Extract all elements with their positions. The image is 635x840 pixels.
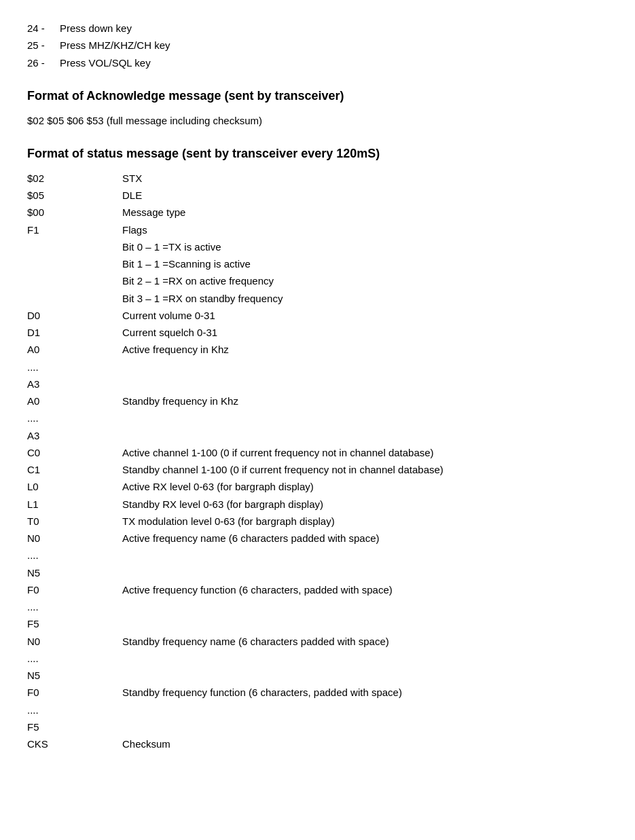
table-row: A0Standby frequency in Khz (27, 393, 608, 409)
table-row: .... (27, 599, 608, 615)
table-row: .... (27, 547, 608, 563)
row-label: C0 (27, 445, 122, 460)
row-label: N0 (27, 634, 122, 649)
section1-body: $02 $05 $06 $53 (full message including … (27, 113, 608, 128)
row-label (27, 256, 122, 272)
row-label: .... (27, 651, 122, 666)
table-row: .... (27, 702, 608, 718)
row-label: $00 (27, 204, 122, 220)
row-desc: Current squelch 0-31 (122, 325, 217, 340)
row-desc: Message type (122, 204, 185, 220)
table-row: L0Active RX level 0-63 (for bargraph dis… (27, 479, 608, 494)
row-label: N5 (27, 565, 122, 581)
table-row: F1Flags (27, 222, 608, 238)
row-label: D0 (27, 308, 122, 323)
table-row: N0Standby frequency name (6 characters p… (27, 634, 608, 649)
status-message-table: $02STX$05DLE$00Message typeF1FlagsBit 0 … (27, 170, 608, 752)
table-row: Bit 1 – 1 =Scanning is active (27, 256, 608, 272)
row-label: F0 (27, 582, 122, 598)
row-desc: Flags (122, 222, 147, 238)
row-desc: Standby frequency in Khz (122, 393, 238, 409)
row-desc: DLE (122, 187, 142, 203)
table-row: F5 (27, 616, 608, 632)
numbered-item: 25 -Press MHZ/KHZ/CH key (27, 37, 608, 53)
row-label: A0 (27, 393, 122, 409)
table-row: N5 (27, 565, 608, 581)
row-label (27, 291, 122, 306)
item-text: Press MHZ/KHZ/CH key (60, 37, 170, 53)
row-label: .... (27, 547, 122, 563)
table-row: Bit 3 – 1 =RX on standby frequency (27, 291, 608, 306)
item-number: 25 - (27, 37, 54, 53)
row-desc: Active RX level 0-63 (for bargraph displ… (122, 479, 314, 494)
row-desc: Standby channel 1-100 (0 if current freq… (122, 462, 443, 477)
row-desc: Standby frequency name (6 characters pad… (122, 634, 389, 649)
row-desc: Standby frequency function (6 characters… (122, 684, 402, 700)
row-label: F5 (27, 616, 122, 632)
row-label: .... (27, 702, 122, 718)
row-desc: Active frequency function (6 characters,… (122, 582, 393, 598)
row-label: A0 (27, 342, 122, 357)
row-desc: Current volume 0-31 (122, 308, 215, 323)
numbered-item: 26 -Press VOL/SQL key (27, 55, 608, 71)
table-row: A3 (27, 376, 608, 392)
table-row: $00Message type (27, 204, 608, 220)
table-row: A3 (27, 428, 608, 443)
row-label: F5 (27, 719, 122, 735)
table-row: L1Standby RX level 0-63 (for bargraph di… (27, 496, 608, 512)
row-label (27, 239, 122, 255)
table-row: D1Current squelch 0-31 (27, 325, 608, 340)
numbered-list: 24 -Press down key25 -Press MHZ/KHZ/CH k… (27, 20, 608, 71)
row-desc: Active frequency in Khz (122, 342, 229, 357)
row-desc: Active frequency name (6 characters padd… (122, 530, 380, 546)
row-label: CKS (27, 736, 122, 752)
table-row: T0TX modulation level 0-63 (for bargraph… (27, 513, 608, 529)
table-row: C1Standby channel 1-100 (0 if current fr… (27, 462, 608, 477)
section2-heading: Format of status message (sent by transc… (27, 145, 608, 164)
row-desc: Bit 1 – 1 =Scanning is active (122, 256, 251, 272)
table-row: N5 (27, 668, 608, 683)
row-label: .... (27, 599, 122, 615)
item-number: 26 - (27, 55, 54, 71)
item-text: Press VOL/SQL key (60, 55, 151, 71)
table-row: CKSChecksum (27, 736, 608, 752)
table-row: Bit 0 – 1 =TX is active (27, 239, 608, 255)
item-text: Press down key (60, 20, 132, 36)
table-row: $05DLE (27, 187, 608, 203)
table-row: F0Active frequency function (6 character… (27, 582, 608, 598)
table-row: .... (27, 651, 608, 666)
table-row: F0Standby frequency function (6 characte… (27, 684, 608, 700)
row-desc: Bit 3 – 1 =RX on standby frequency (122, 291, 283, 306)
table-row: $02STX (27, 170, 608, 186)
table-row: Bit 2 – 1 =RX on active frequency (27, 273, 608, 289)
row-label: F1 (27, 222, 122, 238)
item-number: 24 - (27, 20, 54, 36)
row-desc: TX modulation level 0-63 (for bargraph d… (122, 513, 335, 529)
table-row: .... (27, 359, 608, 375)
row-label: L1 (27, 496, 122, 512)
table-row: F5 (27, 719, 608, 735)
table-row: C0Active channel 1-100 (0 if current fre… (27, 445, 608, 460)
row-label: C1 (27, 462, 122, 477)
row-label: L0 (27, 479, 122, 494)
row-label: A3 (27, 428, 122, 443)
row-label: .... (27, 359, 122, 375)
row-label: T0 (27, 513, 122, 529)
row-label (27, 273, 122, 289)
row-label: D1 (27, 325, 122, 340)
row-desc: STX (122, 170, 142, 186)
row-desc: Bit 2 – 1 =RX on active frequency (122, 273, 274, 289)
row-desc: Active channel 1-100 (0 if current frequ… (122, 445, 434, 460)
row-desc: Checksum (122, 736, 170, 752)
row-label: .... (27, 410, 122, 426)
row-label: N5 (27, 668, 122, 683)
table-row: A0Active frequency in Khz (27, 342, 608, 357)
row-label: $02 (27, 170, 122, 186)
row-label: N0 (27, 530, 122, 546)
section1-heading: Format of Acknowledge message (sent by t… (27, 87, 608, 106)
table-row: N0Active frequency name (6 characters pa… (27, 530, 608, 546)
row-label: F0 (27, 684, 122, 700)
row-label: A3 (27, 376, 122, 392)
numbered-item: 24 -Press down key (27, 20, 608, 36)
row-desc: Standby RX level 0-63 (for bargraph disp… (122, 496, 323, 512)
